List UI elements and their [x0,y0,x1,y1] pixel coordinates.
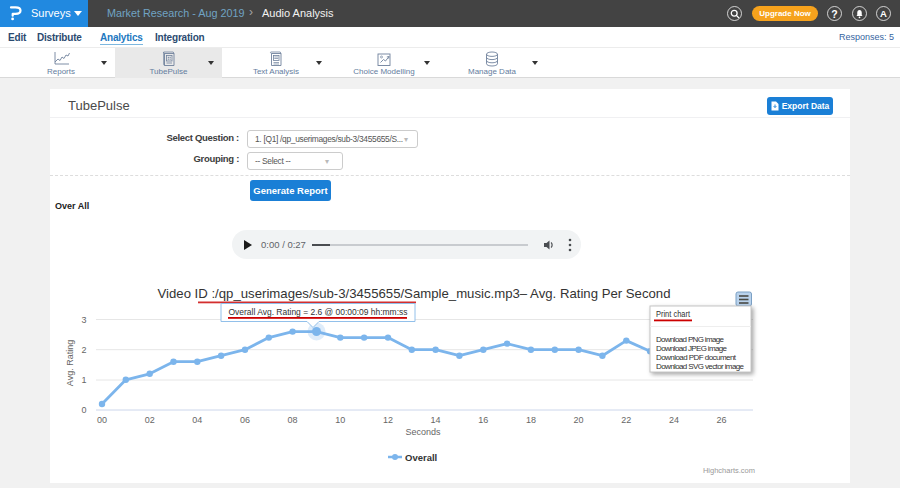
svg-text:Overall: Overall [405,452,437,463]
svg-text:0: 0 [81,405,86,415]
svg-text:06: 06 [240,415,250,425]
svg-text:04: 04 [192,415,202,425]
svg-text:20: 20 [574,415,584,425]
svg-text:Download JPEG image: Download JPEG image [656,344,728,353]
svg-text:3: 3 [81,315,86,325]
svg-text:Highcharts.com: Highcharts.com [703,466,755,475]
svg-text:Print chart: Print chart [656,309,690,319]
svg-text:02: 02 [145,415,155,425]
svg-text:22: 22 [621,415,631,425]
svg-text:2: 2 [81,345,86,355]
svg-text:Download SVG vector image: Download SVG vector image [656,362,745,371]
svg-text:24: 24 [669,415,679,425]
svg-text:08: 08 [288,415,298,425]
svg-text:Download PNG image: Download PNG image [656,335,725,344]
svg-text:Seconds: Seconds [405,427,441,437]
svg-text:14: 14 [431,415,441,425]
svg-text:26: 26 [717,415,727,425]
svg-text:1: 1 [81,375,86,385]
svg-text:12: 12 [383,415,393,425]
svg-text:Avg. Rating: Avg. Rating [65,340,75,386]
svg-text:Download PDF document: Download PDF document [656,353,737,362]
svg-text:Video ID :/qp_userimages/sub-3: Video ID :/qp_userimages/sub-3/3455655/S… [158,286,671,301]
svg-text:00: 00 [97,415,107,425]
svg-text:16: 16 [478,415,488,425]
svg-text:10: 10 [335,415,345,425]
svg-text:Overall Avg. Rating = 2.6 @ 00: Overall Avg. Rating = 2.6 @ 00:00:09 hh:… [229,307,409,317]
svg-text:18: 18 [526,415,536,425]
